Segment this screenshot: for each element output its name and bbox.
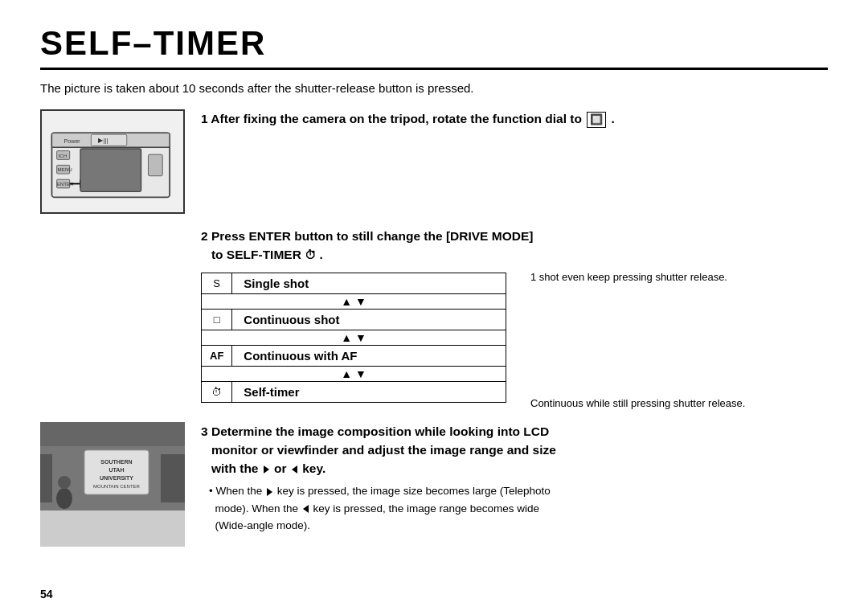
camera-mode-icon: 🔲 [587,112,606,128]
single-shot-desc: 1 shot even keep pressing shutter releas… [530,264,745,283]
svg-text:UTAH: UTAH [109,467,125,473]
step3-key: key. [302,461,326,475]
drive-table-container: S Single shot ▲ ▼ □ Continuous shot ▲ ▼ [201,264,514,411]
bullet-end-text: (Wide-angle mode). [215,519,311,531]
drive-mode-table: S Single shot ▲ ▼ □ Continuous shot ▲ ▼ [201,273,506,403]
arrow-row-1: ▲ ▼ [202,293,506,309]
svg-rect-13 [148,154,162,176]
page-title: SELF–TIMER [40,24,828,70]
step3-text: 3 Determine the image composition while … [201,422,828,535]
step1-row: Power ▶||| ICH MENU ENTER [40,109,828,214]
arrow-up-down-3: ▲ ▼ [202,366,506,381]
step1-content: After fixing the camera on the tripod, r… [211,112,582,125]
continuous-shot-label: Continuous shot [232,309,506,330]
bullet-arrow-right [267,488,272,496]
continuous-shot-desc: Continuous while still pressing shutter … [530,368,745,409]
svg-text:▶|||: ▶||| [98,137,108,144]
step1-text: 1 After fixing the camera on the tripod,… [201,109,828,128]
arrow-up-down-1: ▲ ▼ [202,293,506,309]
svg-point-22 [56,488,72,509]
intro-text: The picture is taken about 10 seconds af… [40,81,828,95]
svg-rect-12 [80,149,141,191]
arrow-left-icon [290,461,299,475]
bullet-arrow-left [303,505,309,513]
svg-point-23 [58,476,71,489]
arrow-up-down-2: ▲ ▼ [202,330,506,345]
continuous-af-icon: AF [202,345,232,366]
step2-line2: to SELF-TIMER [211,248,301,261]
bullet-mode-text: mode). When the [215,502,299,515]
self-timer-symbol: ⏱ [305,248,316,261]
bullet-right-text: key is pressed, the image size becomes l… [277,485,551,497]
step2-text: 2 Press ENTER button to still change the… [201,227,828,411]
step3-row: SOUTHERN UTAH UNIVERSITY MOUNTAIN CENTER… [40,422,828,547]
continuous-af-row: AF Continuous with AF [202,345,506,366]
svg-text:Power: Power [64,138,81,145]
svg-text:MENU: MENU [58,166,73,172]
continuous-af-label: Continuous with AF [232,345,506,366]
continuous-shot-icon: □ [202,309,232,330]
self-timer-mode-icon: ⏱ [202,381,232,402]
self-timer-label: Self-timer [232,381,506,402]
svg-rect-25 [161,454,185,502]
svg-text:SOUTHERN: SOUTHERN [100,459,132,465]
main-content: Power ▶||| ICH MENU ENTER [40,109,828,547]
single-shot-label: Single shot [232,273,506,293]
single-shot-row: S Single shot [202,273,506,293]
step2-line1: Press ENTER button to still change the [… [211,229,533,243]
svg-rect-3 [91,134,126,146]
continuous-shot-row: □ Continuous shot [202,309,506,330]
step2-row: 2 Press ENTER button to still change the… [40,227,828,411]
arrow-row-3: ▲ ▼ [202,366,506,381]
drive-descriptions: 1 shot even keep pressing shutter releas… [530,264,745,409]
camera-diagram: Power ▶||| ICH MENU ENTER [40,109,185,214]
svg-text:UNIVERSITY: UNIVERSITY [100,475,133,481]
step3-line2: monitor or viewfinder and adjust the ima… [211,443,556,457]
svg-text:MOUNTAIN CENTER: MOUNTAIN CENTER [93,484,141,489]
arrow-row-2: ▲ ▼ [202,330,506,345]
step1-number: 1 [201,112,211,125]
bullet-when: When the [215,485,262,497]
step3-bullet: • When the key is pressed, the image siz… [209,482,828,535]
photo-image: SOUTHERN UTAH UNIVERSITY MOUNTAIN CENTER [40,422,185,547]
svg-rect-24 [40,454,52,502]
single-shot-icon: S [202,273,232,293]
drive-rows-wrapper: S Single shot ▲ ▼ □ Continuous shot ▲ ▼ [201,264,828,411]
page-number: 54 [40,588,53,601]
arrow-right-icon [262,461,271,475]
step3-line3: with the [211,461,259,475]
self-timer-row: ⏱ Self-timer [202,381,506,402]
step3-line1: Determine the image composition while lo… [211,424,549,438]
svg-text:ICH: ICH [58,153,67,158]
step3-or: or [274,461,287,475]
bullet-left-text: key is pressed, the image range becomes … [313,502,539,515]
